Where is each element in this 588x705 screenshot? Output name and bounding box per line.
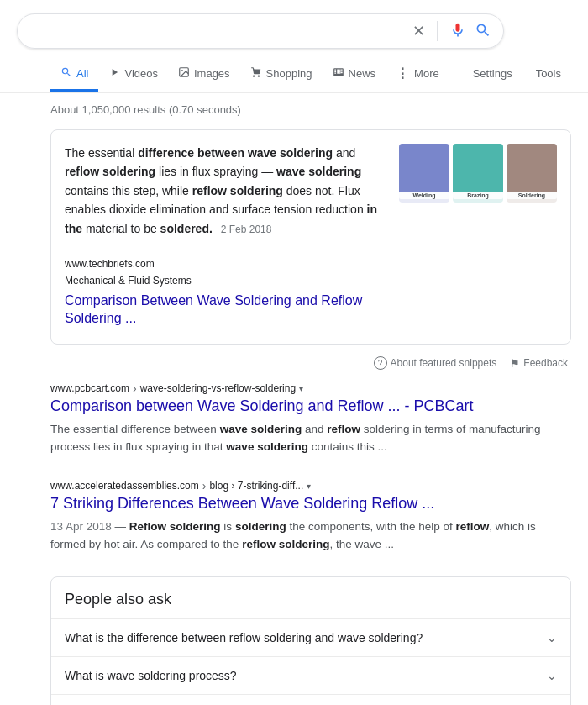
snippet-image-2[interactable]: Brazing: [453, 144, 503, 203]
featured-snippet: The essential difference between wave so…: [50, 129, 571, 345]
result-2: www.acceleratedassemblies.com › blog › 7…: [50, 479, 571, 553]
result-2-breadcrumb: blog › 7-striking-diff...: [209, 480, 303, 492]
news-icon: [333, 66, 344, 81]
tab-news[interactable]: News: [323, 58, 386, 92]
paa-question-2[interactable]: What is wave soldering process? ⌄: [51, 656, 570, 694]
clear-icon[interactable]: ✕: [412, 22, 425, 40]
snippet-link[interactable]: Comparison Between Wave Soldering and Re…: [65, 292, 386, 328]
people-also-ask: People also ask What is the difference b…: [50, 576, 571, 705]
paa-chevron-1-icon: ⌄: [547, 631, 557, 644]
result-1-snippet: The essential difference between wave so…: [50, 420, 571, 456]
divider: [437, 21, 438, 41]
flag-icon: ⚑: [510, 357, 520, 370]
snippet-footer: ? About featured snippets ⚑ Feedback: [50, 351, 571, 371]
more-dots-icon: ⋮: [396, 66, 410, 82]
result-1-url: www.pcbcart.com: [50, 382, 129, 394]
paa-question-1[interactable]: What is the difference between reflow so…: [51, 618, 570, 656]
tab-videos-label: Videos: [124, 67, 158, 80]
result-2-date: 13 Apr 2018: [50, 520, 112, 533]
result-2-url-row: www.acceleratedassemblies.com › blog › 7…: [50, 479, 571, 492]
mic-icon[interactable]: [449, 22, 466, 41]
svg-point-1: [181, 70, 183, 71]
nav-right: Settings Tools: [463, 59, 571, 91]
settings-label: Settings: [473, 67, 512, 80]
all-icon: [60, 66, 72, 81]
tab-all[interactable]: All: [50, 58, 98, 92]
result-2-url: www.acceleratedassemblies.com: [50, 480, 199, 492]
tab-shopping-label: Shopping: [266, 67, 312, 80]
snippet-feedback-label: Feedback: [523, 357, 568, 369]
about-snippets-label: About featured snippets: [391, 357, 497, 369]
videos-icon: [108, 66, 120, 81]
tab-shopping[interactable]: Shopping: [240, 58, 323, 92]
tab-more-label: More: [414, 67, 439, 80]
result-1-title[interactable]: Comparison between Wave Soldering and Re…: [50, 397, 571, 416]
tools-label: Tools: [536, 67, 561, 80]
result-2-title[interactable]: 7 Striking Differences Between Wave Sold…: [50, 494, 571, 513]
tab-images[interactable]: Images: [168, 58, 240, 92]
tab-news-label: News: [349, 67, 376, 80]
snippet-feedback[interactable]: ⚑ Feedback: [510, 357, 568, 370]
snippet-source-domain: www.techbriefs.com: [65, 256, 386, 272]
snippet-text: The essential difference between wave so…: [65, 144, 386, 330]
result-2-snippet: 13 Apr 2018 — Reflow soldering is solder…: [50, 518, 571, 554]
results-count: About 1,050,000 results (0.70 seconds): [50, 103, 571, 116]
question-mark-icon: ?: [374, 356, 387, 370]
result-1-breadcrumb: wave-soldering-vs-reflow-soldering: [140, 382, 296, 394]
search-header: What is the difference between reflow an…: [0, 0, 588, 49]
about-featured-snippets[interactable]: ? About featured snippets: [374, 356, 497, 370]
paa-title: People also ask: [51, 577, 570, 618]
snippet-date: 2 Feb 2018: [221, 224, 272, 235]
search-bar-icons: ✕: [412, 21, 491, 41]
snippet-images: Welding Brazing Soldering: [399, 144, 557, 330]
nav-tabs: All Videos Images Shopping News ⋮ More S…: [0, 49, 588, 93]
tab-images-label: Images: [194, 67, 230, 80]
result-1-separator: ›: [133, 381, 137, 395]
snippet-image-1[interactable]: Welding: [399, 144, 449, 203]
settings-link[interactable]: Settings: [463, 59, 522, 91]
search-input[interactable]: What is the difference between reflow an…: [29, 24, 412, 39]
snippet-image-2-label: Brazing: [453, 192, 503, 199]
result-2-separator: ›: [202, 479, 207, 492]
paa-chevron-2-icon: ⌄: [547, 669, 557, 682]
tools-link[interactable]: Tools: [526, 59, 571, 91]
search-bar[interactable]: What is the difference between reflow an…: [17, 13, 504, 49]
result-2-dropdown-icon[interactable]: ▾: [307, 481, 311, 491]
snippet-image-1-label: Welding: [399, 192, 449, 199]
result-1: www.pcbcart.com › wave-soldering-vs-refl…: [50, 381, 571, 455]
paa-question-3[interactable]: What temp does solder reflow? ⌄: [51, 694, 570, 705]
snippet-image-3-label: Soldering: [507, 192, 557, 199]
tab-all-label: All: [76, 67, 88, 80]
paa-question-2-text: What is wave soldering process?: [65, 669, 237, 682]
shopping-icon: [250, 66, 262, 81]
paa-question-1-text: What is the difference between reflow so…: [65, 631, 423, 644]
search-submit-icon[interactable]: [475, 22, 491, 41]
result-1-url-row: www.pcbcart.com › wave-soldering-vs-refl…: [50, 381, 571, 395]
tab-videos[interactable]: Videos: [98, 58, 168, 92]
images-icon: [178, 66, 190, 81]
tab-more[interactable]: ⋮ More: [386, 57, 449, 92]
result-1-dropdown-icon[interactable]: ▾: [299, 384, 303, 393]
snippet-source-path: Mechanical & Fluid Systems: [65, 273, 386, 289]
results-area: About 1,050,000 results (0.70 seconds) T…: [0, 93, 588, 705]
snippet-image-3[interactable]: Soldering: [507, 144, 557, 203]
